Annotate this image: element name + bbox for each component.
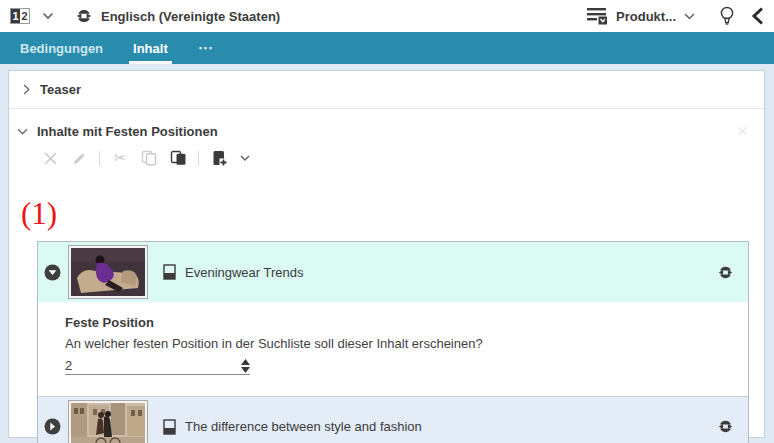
document-tab-bar: Bedingungen Inhalt ⋯ (0, 32, 774, 64)
collapse-circle-icon[interactable] (44, 264, 61, 281)
spinner-down-icon (241, 367, 250, 373)
section-header-fixed-positions[interactable]: Inhalte mit Festen Positionen ✕ (9, 117, 764, 145)
item-title: The difference between style and fashion (185, 419, 718, 434)
item-locale-icon[interactable] (718, 419, 733, 434)
remove-icon[interactable] (41, 149, 59, 167)
content-type-label: Produkt... (616, 9, 676, 24)
cut-scissors-icon[interactable]: ✂ (111, 149, 129, 167)
thumbnail-street-couple[interactable] (68, 400, 148, 443)
language-label: Englisch (Vereinigte Staaten) (101, 9, 280, 24)
paste-icon[interactable] (169, 149, 187, 167)
document-form-panel: Teaser Inhalte mit Festen Positionen ✕ ✂ (8, 70, 765, 438)
document-type-icon (163, 264, 176, 280)
content-type-selector[interactable]: Produkt... (587, 7, 695, 25)
chevron-right-icon (23, 84, 30, 95)
teaser-section-label: Teaser (40, 82, 81, 97)
tab-bedingungen[interactable]: Bedingungen (18, 32, 105, 64)
version-number-current: 1 (11, 9, 20, 23)
toolbar-separator (99, 151, 100, 166)
item-locale-icon[interactable] (718, 265, 733, 280)
document-type-icon (163, 419, 176, 435)
section-header-teaser[interactable]: Teaser (9, 71, 764, 109)
fixed-positions-list: Eveningwear Trends Feste Position An wel… (37, 241, 749, 443)
top-toolbar: 1 2 Englisch (Vereinigte Staaten) (0, 0, 774, 32)
add-content-icon[interactable] (210, 149, 228, 167)
list-item-style-and-fashion[interactable]: The difference between style and fashion (38, 396, 748, 443)
tab-overflow-dots[interactable]: ⋯ (196, 32, 217, 64)
section-close-icon[interactable]: ✕ (737, 124, 748, 139)
edit-pencil-icon[interactable] (70, 149, 88, 167)
position-number-input[interactable] (65, 358, 225, 373)
spinner-up-icon (241, 359, 250, 365)
version-number-next: 2 (20, 9, 29, 23)
locale-globe-icon (76, 8, 92, 24)
add-content-chevron-icon[interactable] (239, 149, 251, 167)
lightbulb-icon[interactable] (719, 5, 735, 27)
toolbar-separator (198, 151, 199, 166)
position-number-field (65, 358, 250, 375)
fixed-position-editor: Feste Position An welcher festen Positio… (38, 302, 748, 396)
fixed-position-question: An welcher festen Position in der Suchli… (65, 336, 748, 351)
thumbnail-eveningwear[interactable] (68, 245, 148, 299)
content-type-chevron-icon (684, 13, 695, 20)
list-toolbar: ✂ (9, 145, 764, 171)
fixed-positions-section-label: Inhalte mit Festen Positionen (37, 124, 218, 139)
fixed-position-label: Feste Position (65, 315, 748, 330)
copy-icon[interactable] (140, 149, 158, 167)
versions-dropdown-chevron-icon[interactable] (42, 12, 54, 20)
item-title: Eveningwear Trends (185, 265, 718, 280)
list-item-eveningwear-trends[interactable]: Eveningwear Trends (38, 242, 748, 302)
back-arrow-icon[interactable] (751, 7, 764, 25)
chevron-down-icon (17, 128, 28, 135)
expand-circle-icon[interactable] (44, 418, 61, 435)
tab-inhalt[interactable]: Inhalt (131, 32, 170, 64)
language-selector[interactable]: Englisch (Vereinigte Staaten) (76, 8, 280, 24)
versions-badge[interactable]: 1 2 (10, 8, 30, 24)
number-spinner[interactable] (241, 359, 250, 373)
list-view-icon (587, 7, 608, 25)
